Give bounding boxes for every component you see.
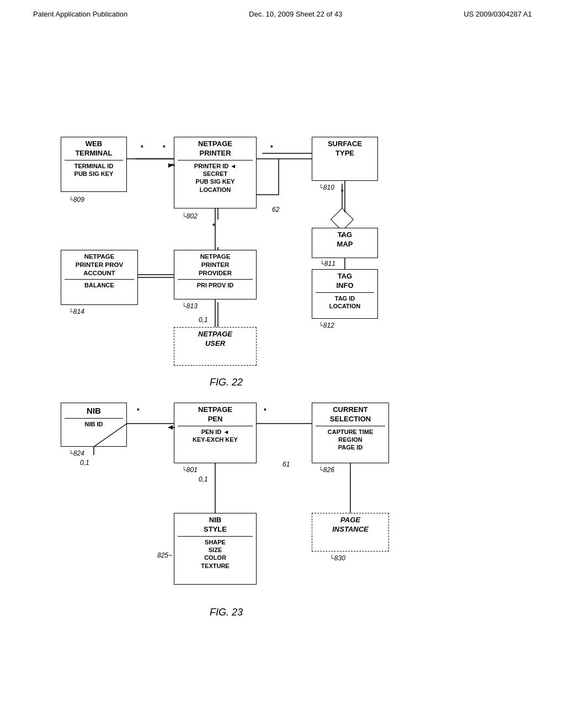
tag-info-box: TAG INFO TAG ID LOCATION bbox=[312, 269, 378, 319]
fig22-star4: * bbox=[341, 188, 344, 196]
netpage-printer-prov-account-id: └814 bbox=[69, 308, 84, 315]
label-01-800: 0,1 bbox=[199, 316, 208, 324]
netpage-printer-provider-fields: PRI PROV ID bbox=[178, 281, 253, 289]
fig22-diagram: WEB TERMINAL TERMINAL ID PUB SIG KEY └80… bbox=[0, 51, 565, 393]
surface-type-title: SURFACE TYPE bbox=[316, 140, 374, 158]
page-instance-box: PAGE INSTANCE bbox=[312, 513, 389, 552]
netpage-printer-box: NETPAGE PRINTER PRINTER ID ◄ SECRET PUB … bbox=[174, 137, 257, 208]
fig22-star6: * bbox=[212, 222, 215, 230]
tag-map-title: TAG MAP bbox=[316, 231, 374, 249]
header-center: Dec. 10, 2009 Sheet 22 of 43 bbox=[249, 10, 342, 18]
nib-01-label: 0,1 bbox=[80, 459, 89, 467]
netpage-printer-prov-account-title: NETPAGE PRINTER PROV ACCOUNT bbox=[65, 253, 134, 280]
netpage-printer-title: NETPAGE PRINTER bbox=[178, 140, 253, 160]
pen-01-label: 0,1 bbox=[199, 475, 208, 483]
fig22-lines bbox=[0, 51, 565, 393]
netpage-printer-provider-title: NETPAGE PRINTER PROVIDER bbox=[178, 253, 253, 280]
netpage-user-title: NETPAGE USER bbox=[178, 330, 253, 349]
fig22-star5: * bbox=[341, 233, 344, 241]
page-header: Patent Application Publication Dec. 10, … bbox=[0, 0, 565, 24]
web-terminal-box: WEB TERMINAL TERMINAL ID PUB SIG KEY bbox=[61, 137, 127, 192]
netpage-printer-provider-id: └813 bbox=[182, 302, 198, 310]
fig22-star2: * bbox=[163, 144, 166, 152]
fig22-star3: * bbox=[270, 144, 273, 152]
nib-title: NIB bbox=[65, 405, 123, 419]
nib-fields: NIB ID bbox=[65, 420, 123, 428]
current-selection-box: CURRENT SELECTION CAPTURE TIME REGION PA… bbox=[312, 403, 389, 463]
surface-type-id: └810 bbox=[319, 184, 334, 191]
nib-style-box: NIB STYLE SHAPE SIZE COLOR TEXTURE bbox=[174, 513, 257, 585]
fig23-label: FIG. 23 bbox=[193, 607, 259, 618]
header-left: Patent Application Publication bbox=[33, 10, 127, 18]
page-instance-title: PAGE INSTANCE bbox=[316, 516, 385, 534]
tag-map-box: TAG MAP bbox=[312, 228, 378, 258]
header-right: US 2009/0304287 A1 bbox=[463, 10, 532, 18]
fig23-star2: * bbox=[264, 407, 266, 415]
netpage-printer-prov-account-fields: BALANCE bbox=[65, 281, 134, 289]
web-terminal-fields: TERMINAL ID PUB SIG KEY bbox=[65, 162, 123, 178]
fig22-connectors bbox=[0, 51, 565, 393]
current-selection-fields: CAPTURE TIME REGION PAGE ID bbox=[316, 428, 385, 452]
fig23-diagram: NIB NIB ID └824 0,1 * NETPAGE PEN PEN ID… bbox=[0, 370, 565, 689]
label-61: 61 bbox=[282, 461, 290, 468]
label-62: 62 bbox=[272, 206, 279, 213]
fig22-star1: * bbox=[141, 144, 143, 152]
surface-type-box: SURFACE TYPE bbox=[312, 137, 378, 181]
current-selection-title: CURRENT SELECTION bbox=[316, 405, 385, 426]
netpage-pen-box: NETPAGE PEN PEN ID ◄ KEY-EXCH KEY bbox=[174, 403, 257, 463]
netpage-pen-title: NETPAGE PEN bbox=[178, 405, 253, 426]
netpage-pen-fields: PEN ID ◄ KEY-EXCH KEY bbox=[178, 428, 253, 444]
nib-style-id: 825~ bbox=[157, 552, 172, 559]
tag-map-id: └811 bbox=[320, 260, 335, 267]
web-terminal-title: WEB TERMINAL bbox=[65, 140, 123, 160]
netpage-printer-prov-account-box: NETPAGE PRINTER PROV ACCOUNT BALANCE bbox=[61, 250, 138, 305]
nib-id-label: └824 bbox=[69, 449, 84, 457]
nib-style-title: NIB STYLE bbox=[178, 516, 253, 537]
netpage-printer-provider-box: NETPAGE PRINTER PROVIDER PRI PROV ID bbox=[174, 250, 257, 299]
svg-marker-21 bbox=[168, 163, 173, 168]
nib-style-fields: SHAPE SIZE COLOR TEXTURE bbox=[178, 538, 253, 570]
web-terminal-id: └809 bbox=[69, 196, 84, 204]
nib-box: NIB NIB ID bbox=[61, 403, 127, 447]
svg-marker-26 bbox=[168, 425, 173, 430]
tag-info-id: └812 bbox=[319, 322, 334, 329]
netpage-pen-id: └801 bbox=[182, 466, 198, 474]
tag-info-title: TAG INFO bbox=[316, 272, 374, 293]
netpage-printer-id: └802 bbox=[182, 212, 198, 220]
tag-info-fields: TAG ID LOCATION bbox=[316, 295, 374, 311]
page-instance-id: └830 bbox=[330, 554, 345, 562]
netpage-printer-fields: PRINTER ID ◄ SECRET PUB SIG KEY LOCATION bbox=[178, 162, 253, 194]
fig23-star1: * bbox=[137, 407, 140, 415]
netpage-user-box: NETPAGE USER bbox=[174, 327, 257, 366]
current-selection-id: └826 bbox=[319, 466, 334, 474]
